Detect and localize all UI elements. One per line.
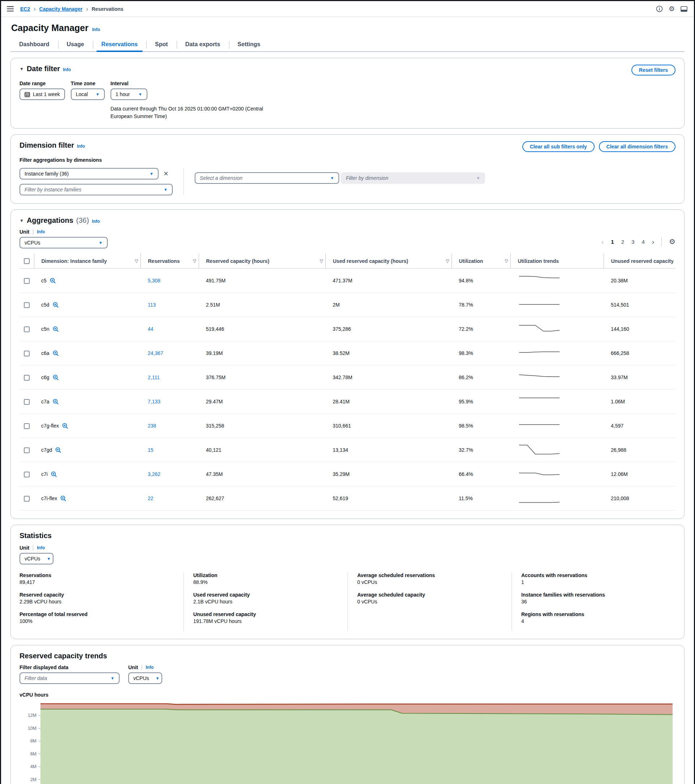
- unused-capacity-cell: 1.06M: [604, 390, 675, 414]
- pagination-prev-icon[interactable]: ‹: [601, 238, 604, 245]
- reservations-link[interactable]: 7,133: [148, 399, 160, 404]
- reservations-link[interactable]: 15: [148, 447, 154, 453]
- reservations-link[interactable]: 5,308: [148, 278, 160, 283]
- row-checkbox[interactable]: [24, 448, 30, 453]
- statistic-value: 4: [521, 618, 675, 624]
- breadcrumb-item-capacity-manager[interactable]: Capacity Manager: [40, 6, 83, 12]
- statistic-value: 1: [521, 579, 675, 585]
- zoom-in-icon[interactable]: [53, 374, 59, 380]
- tab-dashboard[interactable]: Dashboard: [10, 38, 58, 51]
- aggregations-unit-select[interactable]: vCPUs ▼: [20, 237, 107, 249]
- tab-settings[interactable]: Settings: [229, 38, 269, 51]
- column-header-6: Utilization trends: [510, 254, 604, 268]
- row-checkbox[interactable]: [24, 496, 30, 502]
- reserved-capacity-cell: 376.75M: [199, 366, 325, 390]
- row-select-cell: [20, 390, 34, 414]
- sort-icon[interactable]: ▽: [135, 259, 138, 264]
- pagination-page-3[interactable]: 3: [631, 239, 634, 245]
- collapse-icon[interactable]: ▼: [20, 66, 24, 71]
- row-checkbox[interactable]: [24, 351, 30, 356]
- dimension-select[interactable]: Instance family (36) ▼: [20, 168, 158, 180]
- row-checkbox[interactable]: [24, 375, 30, 380]
- pagination-page-4[interactable]: 4: [642, 239, 644, 245]
- clear-sub-filters-button[interactable]: Clear all sub filters only: [522, 141, 594, 152]
- remove-dimension-icon[interactable]: ×: [163, 170, 168, 178]
- trends-filter-select[interactable]: Filter data ▼: [20, 672, 120, 684]
- statistic-label: Used reserved capacity: [193, 592, 348, 598]
- reservations-link[interactable]: 44: [148, 326, 154, 332]
- unit-info-link[interactable]: Info: [37, 545, 45, 550]
- reset-filters-button[interactable]: Reset filters: [631, 65, 675, 76]
- breadcrumb-separator: ›: [86, 6, 88, 12]
- sort-icon[interactable]: ▽: [193, 259, 196, 264]
- tab-usage[interactable]: Usage: [58, 38, 93, 51]
- pagination-page-1[interactable]: 1: [611, 239, 614, 245]
- pagination-page-2[interactable]: 2: [621, 239, 624, 245]
- unit-label: Unit: [20, 229, 29, 235]
- date-range-button[interactable]: Last 1 week: [20, 89, 65, 100]
- row-checkbox[interactable]: [24, 423, 30, 429]
- page-info-link[interactable]: Info: [92, 27, 100, 32]
- info-icon[interactable]: [656, 5, 663, 12]
- instance-family-cell: c5n: [34, 317, 140, 341]
- date-filter-info-link[interactable]: Info: [63, 67, 71, 72]
- utilization-trend-cell: [510, 390, 604, 414]
- zoom-in-icon[interactable]: [50, 278, 56, 284]
- zoom-in-icon[interactable]: [51, 471, 57, 478]
- unit-info-link[interactable]: Info: [37, 229, 45, 234]
- instance-family-cell: c5d: [34, 293, 140, 317]
- collapse-icon[interactable]: ▼: [20, 218, 24, 223]
- zoom-in-icon[interactable]: [62, 423, 68, 429]
- time-zone-select[interactable]: Local ▼: [71, 89, 105, 100]
- tab-reservations[interactable]: Reservations: [93, 38, 147, 51]
- utilization-trend-cell: [510, 341, 604, 366]
- trends-unit-select[interactable]: vCPUs ▼: [128, 672, 162, 684]
- row-checkbox[interactable]: [24, 278, 30, 284]
- sort-icon[interactable]: ▽: [446, 259, 449, 264]
- sort-icon[interactable]: ▽: [320, 259, 323, 264]
- utilization-cell: 32.7%: [452, 438, 510, 462]
- unused-capacity-cell: 666,258: [604, 341, 675, 366]
- date-range-value: Last 1 week: [33, 91, 60, 97]
- row-checkbox[interactable]: [24, 472, 30, 478]
- breadcrumb-item-ec2[interactable]: EC2: [20, 6, 30, 12]
- aggregations-info-link[interactable]: Info: [92, 219, 100, 224]
- gear-icon[interactable]: ⚙: [669, 5, 675, 12]
- tab-spot[interactable]: Spot: [146, 38, 177, 51]
- zoom-in-icon[interactable]: [55, 447, 61, 453]
- add-dimension-select[interactable]: Select a dimension ▼: [195, 172, 339, 184]
- instance-family-filter-select[interactable]: Filter by instance families ▼: [20, 184, 173, 195]
- statistics-unit-select[interactable]: vCPUs ▼: [20, 553, 53, 565]
- interval-select[interactable]: 1 hour ▼: [111, 89, 147, 100]
- row-checkbox[interactable]: [24, 399, 30, 405]
- reservations-cell: 24,367: [140, 341, 199, 366]
- used-capacity-cell: 310,661: [325, 414, 452, 438]
- reservations-link[interactable]: 22: [148, 496, 154, 501]
- statistic: Reserved capacity2.29B vCPU hours: [20, 592, 183, 604]
- tab-data-exports[interactable]: Data exports: [177, 38, 229, 51]
- reserved-capacity-cell: 315,258: [199, 414, 325, 438]
- table-settings-gear-icon[interactable]: ⚙: [669, 238, 675, 245]
- reservations-link[interactable]: 113: [148, 302, 156, 308]
- unit-info-link[interactable]: Info: [145, 665, 154, 670]
- zoom-in-icon[interactable]: [60, 496, 66, 502]
- select-all-checkbox[interactable]: [24, 258, 30, 264]
- reservations-link[interactable]: 3,262: [148, 471, 160, 477]
- row-checkbox[interactable]: [24, 302, 30, 308]
- zoom-in-icon[interactable]: [53, 350, 59, 356]
- reservations-link[interactable]: 2,111: [148, 374, 160, 380]
- split-panel-icon[interactable]: [680, 6, 687, 12]
- zoom-in-icon[interactable]: [53, 326, 59, 332]
- reservations-link[interactable]: 24,367: [148, 350, 163, 356]
- row-checkbox[interactable]: [24, 326, 30, 332]
- clear-dimension-filters-button[interactable]: Clear all dimension filters: [599, 141, 675, 152]
- menu-icon[interactable]: [7, 6, 14, 12]
- zoom-in-icon[interactable]: [53, 302, 59, 308]
- pagination: ‹1234›⚙: [601, 237, 675, 249]
- zoom-in-icon[interactable]: [53, 399, 59, 405]
- dimension-filter-info-link[interactable]: Info: [77, 144, 85, 149]
- sort-icon[interactable]: ▽: [505, 259, 508, 264]
- pagination-next-icon[interactable]: ›: [652, 238, 654, 245]
- reservations-link[interactable]: 238: [148, 423, 156, 429]
- reservations-cell: 238: [140, 414, 199, 438]
